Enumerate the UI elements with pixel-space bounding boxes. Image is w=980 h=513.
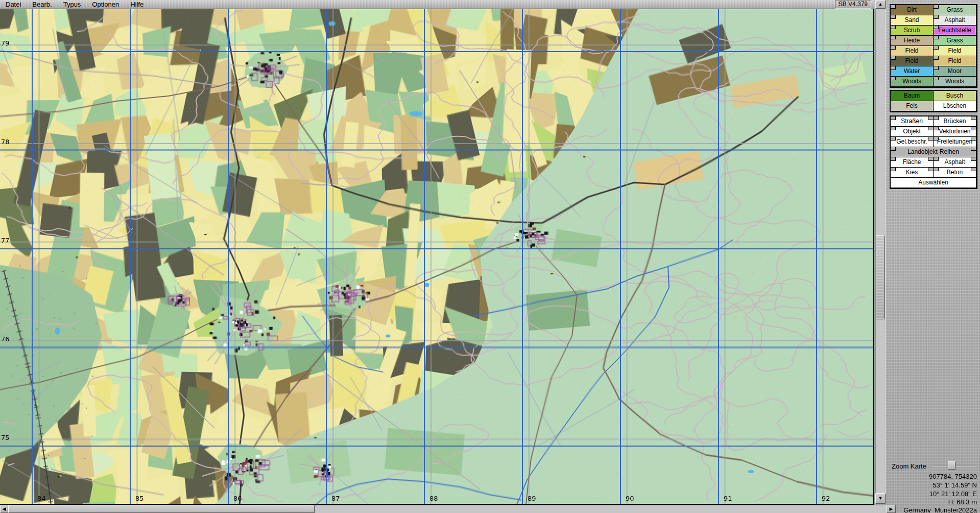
- menu-hilfe[interactable]: Hilfe: [125, 0, 149, 9]
- terrain-asphalt[interactable]: Asphalt: [934, 15, 976, 26]
- map-viewport[interactable]: 8485868788899091927978777675: [0, 9, 873, 504]
- tools-panel: Straßen Brücken Objekt Vektorlinien Gel.…: [890, 115, 977, 189]
- zoom-slider-thumb[interactable]: [948, 461, 955, 470]
- terrain-field2[interactable]: Field: [934, 46, 976, 56]
- terrain-heide[interactable]: Heide: [891, 36, 934, 46]
- vscroll-up-button[interactable]: ▲: [875, 0, 886, 9]
- terrain-palette: Dirt Grass Sand Asphalt Scrub Feuchtstel…: [890, 4, 977, 88]
- veg-busch[interactable]: Busch: [934, 91, 976, 101]
- tool-kies[interactable]: Kies: [891, 168, 934, 178]
- terrain-sand[interactable]: Sand: [891, 15, 934, 26]
- status-latitude: 53° 1' 14.59" N: [854, 481, 977, 489]
- app-window: { "app":{ "menu":[{"label":"Datei"},{"la…: [0, 0, 980, 513]
- terrain-field1[interactable]: Field: [891, 46, 934, 56]
- zoom-karte-label: Zoom Karte: [892, 462, 926, 470]
- terrain-feuchtstelle[interactable]: Feuchtstelle: [934, 26, 976, 36]
- tool-asphalt[interactable]: Asphalt: [934, 157, 976, 168]
- terrain-scrub[interactable]: Scrub: [891, 26, 934, 36]
- terrain-woods1[interactable]: Woods: [891, 77, 934, 87]
- terrain-water[interactable]: Water: [891, 66, 934, 77]
- tool-beton[interactable]: Beton: [934, 168, 976, 178]
- status-altitude: H: 68.3 m: [854, 498, 977, 506]
- vscroll-thumb[interactable]: [876, 235, 885, 319]
- tool-objekt[interactable]: Objekt: [891, 127, 934, 137]
- menu-typus[interactable]: Typus: [58, 0, 87, 9]
- hscroll-thumb[interactable]: [8, 505, 315, 513]
- map-canvas[interactable]: [0, 9, 873, 504]
- tool-bruecken[interactable]: Brücken: [934, 116, 976, 127]
- veg-baum[interactable]: Baum: [891, 91, 934, 101]
- terrain-woods2[interactable]: Woods: [934, 77, 976, 87]
- map-right-edge: [873, 9, 874, 504]
- terrain-dirt[interactable]: Dirt: [891, 5, 934, 15]
- menu-optionen[interactable]: Optionen: [86, 0, 125, 9]
- arrow-up-icon: ▲: [876, 1, 885, 8]
- hscroll-left-button[interactable]: ◀: [0, 505, 8, 513]
- menu-bar: Datei Bearb. Typus Optionen Hilfe SB V4.…: [0, 0, 874, 9]
- vegetation-palette: Baum Busch Fels Löschen: [890, 90, 977, 112]
- terrain-field3[interactable]: Field: [891, 56, 934, 66]
- menu-datei[interactable]: Datei: [0, 0, 27, 9]
- tool-auswaehlen[interactable]: Auswählen: [891, 178, 976, 188]
- terrain-grass[interactable]: Grass: [934, 5, 976, 15]
- tool-freileitungen[interactable]: Freileitungen: [934, 137, 976, 147]
- terrain-grass2[interactable]: Grass: [934, 36, 976, 46]
- veg-fels[interactable]: Fels: [891, 101, 934, 111]
- status-map-coords: 907784, 754320: [854, 473, 977, 480]
- tool-gelbeschr[interactable]: Gel.beschr.: [891, 137, 934, 147]
- status-map-name: Germany_Munster2022a: [854, 506, 977, 513]
- version-label: SB V4.379: [835, 0, 871, 9]
- terrain-field4[interactable]: Field: [934, 56, 976, 66]
- menu-bearb[interactable]: Bearb.: [27, 0, 57, 9]
- tool-strassen[interactable]: Straßen: [891, 116, 934, 127]
- terrain-moor[interactable]: Moor: [934, 66, 976, 77]
- tool-flaeche[interactable]: Fläche: [891, 157, 934, 168]
- tool-landobjekt-reihen[interactable]: Landobjekt-Reihen: [891, 147, 976, 157]
- status-longitude: 10° 21' 12.08" E: [854, 490, 977, 498]
- veg-loeschen[interactable]: Löschen: [934, 101, 976, 111]
- tool-vektorlinien[interactable]: Vektorlinien: [934, 127, 976, 137]
- arrow-left-icon: ◀: [1, 505, 8, 512]
